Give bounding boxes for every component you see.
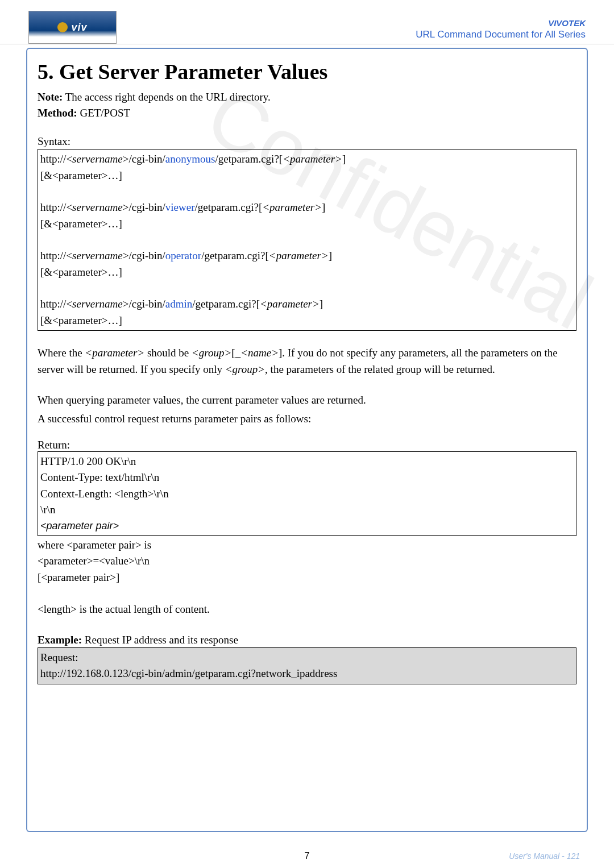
body-p2: When querying parameter values, the curr… [38, 392, 576, 408]
page-footer: 7 User's Manual - 121 [0, 851, 614, 861]
return-box: HTTP/1.0 200 OK\r\n Content-Type: text/h… [38, 451, 576, 536]
body-p1: Where the <parameter> should be <group>[… [38, 344, 576, 378]
note-label: Note: [38, 91, 63, 103]
logo: viv [28, 11, 117, 44]
syntax-line-6: [&<parameter>…] [40, 264, 574, 281]
page-header: viv VIVOTEK URL Command Document for All… [0, 0, 614, 44]
return-label: Return: [38, 439, 576, 451]
example-l2: http://192.168.0.123/cgi-bin/admin/getpa… [40, 666, 574, 682]
return-l4: \r\n [40, 502, 574, 518]
return-l5: <parameter pair> [40, 518, 574, 534]
syntax-line-8: [&<parameter>…] [40, 313, 574, 329]
header-subtitle: URL Command Document for All Series [416, 29, 586, 40]
return-l3: Context-Length: <length>\r\n [40, 486, 574, 502]
return-l2: Content-Type: text/html\r\n [40, 470, 574, 486]
method-value: GET/POST [77, 107, 130, 119]
note-line: Note: The access right depends on the UR… [38, 91, 576, 103]
logo-text: viv [71, 22, 87, 34]
page-number: 7 [305, 851, 310, 861]
section-title: 5. Get Server Parameter Values [38, 59, 576, 84]
example-text: Request IP address and its response [82, 634, 238, 646]
example-l1: Request: [40, 650, 574, 666]
header-text: VIVOTEK URL Command Document for All Ser… [416, 18, 586, 44]
syntax-line-5: http://<servername>/cgi-bin/operator/get… [40, 248, 574, 264]
after-l1: where <parameter pair> is [38, 537, 576, 554]
after-return-text: where <parameter pair> is <parameter>=<v… [38, 537, 576, 618]
after-l3: [<parameter pair>] [38, 570, 576, 586]
syntax-line-4: [&<parameter>…] [40, 216, 574, 232]
syntax-label: Syntax: [38, 135, 576, 148]
syntax-box: http://<servername>/cgi-bin/anonymous/ge… [38, 149, 576, 331]
syntax-line-2: [&<parameter>…] [40, 168, 574, 184]
syntax-line-1: http://<servername>/cgi-bin/anonymous/ge… [40, 151, 574, 168]
syntax-line-3: http://<servername>/cgi-bin/viewer/getpa… [40, 200, 574, 216]
syntax-line-7: http://<servername>/cgi-bin/admin/getpar… [40, 296, 574, 313]
method-label: Method: [38, 107, 77, 119]
example-box: Request: http://192.168.0.123/cgi-bin/ad… [38, 647, 576, 684]
header-brand: VIVOTEK [416, 18, 586, 28]
body-p3: A successful control request returns par… [38, 410, 576, 427]
after-l4: <length> is the actual length of content… [38, 601, 576, 618]
note-text: The access right depends on the URL dire… [63, 91, 270, 103]
example-line: Example: Request IP address and its resp… [38, 634, 576, 646]
body-paragraphs: Where the <parameter> should be <group>[… [38, 344, 576, 427]
method-line: Method: GET/POST [38, 107, 576, 119]
after-l2: <parameter>=<value>\r\n [38, 553, 576, 570]
example-label: Example: [38, 634, 82, 646]
logo-eye-icon [57, 22, 68, 32]
content-frame: Confidential 5. Get Server Parameter Val… [26, 48, 588, 832]
return-l1: HTTP/1.0 200 OK\r\n [40, 454, 574, 470]
manual-ref: User's Manual - 121 [509, 852, 580, 861]
